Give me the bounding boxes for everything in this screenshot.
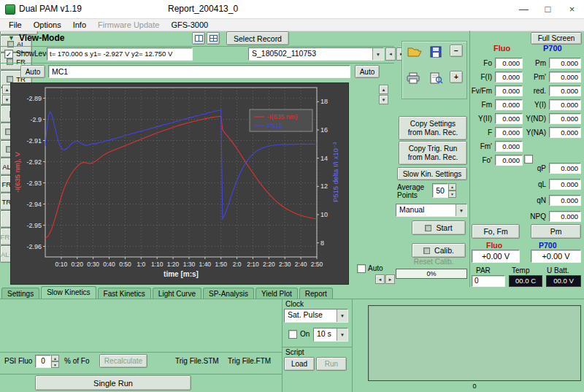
auto-scale-left-button[interactable]: Auto — [20, 65, 45, 78]
copy-settings-button[interactable]: Copy Settings from Man. Rec. — [399, 116, 467, 140]
record-select[interactable]: S_180502_110753 ▼ — [248, 47, 384, 61]
ubatt-label: U Batt. — [547, 266, 569, 274]
scroll-left-button[interactable]: ◄ — [375, 274, 385, 284]
left-tick-label: -2.92 — [26, 158, 42, 166]
param-value: 0.000 — [549, 99, 581, 110]
record-prev-button[interactable]: ◄ — [385, 47, 396, 61]
psi-fluo-spinner[interactable]: ▲ ▼ — [51, 355, 59, 368]
recalculate-button[interactable]: Recalculate — [99, 354, 147, 368]
menu-gfs-3000[interactable]: GFS-3000 — [165, 20, 214, 30]
p700-offset-label: P700 — [539, 241, 557, 250]
calib-button[interactable]: Calib. — [412, 243, 466, 258]
scroll-right-button[interactable]: ► — [385, 274, 395, 284]
clock-on-checkbox[interactable] — [288, 330, 297, 339]
dropdown-icon[interactable]: ▼ — [372, 48, 383, 60]
start-button[interactable]: Start — [412, 220, 466, 235]
window-title: Dual PAM v1.19 — [19, 4, 82, 14]
spinner-up-icon[interactable]: ▲ — [51, 355, 59, 361]
tile-vertical-icon — [195, 35, 203, 42]
trigger-mode-select[interactable]: Manual ▼ — [396, 204, 467, 217]
tab-report[interactable]: Report — [299, 288, 333, 299]
divider — [0, 374, 282, 374]
script-load-button[interactable]: Load — [284, 357, 315, 371]
document-title: Report_200413_0 — [168, 4, 238, 14]
tab-settings[interactable]: Settings — [1, 288, 39, 299]
legend-label-i-635-nm: -I(635 nm) — [267, 113, 298, 120]
spinner-down-icon[interactable]: ▼ — [448, 191, 456, 198]
single-run-button[interactable]: Single Run — [35, 375, 191, 391]
print-preview-icon[interactable] — [430, 72, 443, 85]
param-label: Fv/Fm — [470, 87, 492, 95]
param-value: 0.000 — [549, 58, 581, 69]
print-icon[interactable] — [407, 72, 420, 85]
save-file-icon[interactable] — [430, 46, 442, 59]
average-points-input[interactable]: 50 — [432, 183, 448, 198]
auto-scale-right-button[interactable]: Auto — [355, 65, 380, 78]
param-label: red. — [520, 87, 546, 95]
param-row-f: F0.000 — [470, 126, 523, 138]
script-run-button[interactable]: Run — [316, 357, 347, 371]
tile-vertical-button[interactable] — [192, 32, 205, 45]
param-label: Pm' — [520, 73, 546, 81]
pm-button[interactable]: Pm — [531, 224, 581, 239]
divider — [352, 299, 353, 392]
open-file-icon[interactable] — [407, 46, 422, 59]
tab-yield-plot[interactable]: Yield Plot — [256, 288, 298, 299]
temp-label: Temp — [512, 266, 529, 274]
menu-file[interactable]: File — [3, 20, 28, 30]
dropdown-icon[interactable]: ▼ — [337, 310, 347, 322]
dropdown-icon[interactable]: ▼ — [456, 204, 466, 216]
param-value: 0.000 — [495, 72, 523, 82]
toggle-label: FR — [16, 58, 26, 66]
tab-slow-kinetics[interactable]: Slow Kinetics — [41, 286, 96, 299]
menu-options[interactable]: Options — [28, 20, 67, 30]
scale-up-right-button[interactable]: ▲ — [379, 85, 388, 94]
clock-mode-select[interactable]: Sat. Pulse ▼ — [284, 309, 348, 323]
clock-interval-select[interactable]: 10 s ▼ — [313, 328, 348, 342]
spinner-down-icon[interactable]: ▼ — [51, 361, 59, 368]
scale-down-right-button[interactable]: ▼ — [379, 95, 388, 104]
temp-value: 00.0 C — [509, 275, 542, 287]
param-row-qp: qP0.000 — [520, 162, 581, 174]
tile-grid-button[interactable] — [207, 32, 220, 45]
full-screen-button[interactable]: Full Screen — [531, 32, 582, 45]
reset-calib-button[interactable]: Reset Calib. — [402, 258, 466, 266]
divider — [0, 299, 584, 299]
close-button[interactable]: × — [560, 0, 584, 19]
trig-file-stm-label: Trig File.STM — [175, 357, 219, 365]
param-row-pm: Pm'0.000 — [520, 71, 581, 82]
script-label: Script — [285, 348, 304, 356]
channel-field[interactable]: MC1 — [48, 65, 350, 78]
param-row-pm: Pm0.000 — [520, 57, 581, 69]
copy-trig-button[interactable]: Copy Trig. Run from Man. Rec. — [399, 141, 467, 165]
slow-kin-settings-button[interactable]: Slow Kin. Settings — [397, 167, 467, 180]
left-tick-label: -2.95 — [26, 222, 42, 229]
tab-fast-kinetics[interactable]: Fast Kinetics — [98, 288, 151, 299]
select-record-button[interactable]: Select Record — [226, 31, 289, 45]
fo-fm-button[interactable]: Fo, Fm — [472, 224, 520, 239]
menu-firmware-update[interactable]: Firmware Update — [92, 20, 165, 30]
param-value: 0.000 — [495, 85, 523, 96]
dropdown-icon[interactable]: ▼ — [337, 328, 347, 341]
start-indicator — [425, 225, 431, 231]
param-value: 0.000 — [495, 127, 523, 138]
auto-scale-checkbox[interactable] — [357, 264, 366, 273]
right-tick-label: 16 — [320, 126, 328, 134]
remove-record-button[interactable]: − — [450, 45, 463, 57]
minimize-button[interactable]: — — [512, 0, 536, 19]
param-label: Pm — [520, 59, 546, 67]
tab-light-curve[interactable]: Light Curve — [153, 288, 201, 299]
param-row-fo: Fo0.000 — [470, 57, 523, 69]
param-row-y-nd: Y(ND)0.000 — [520, 112, 581, 124]
show-level-checkbox[interactable]: ✓ — [4, 50, 13, 58]
maximize-button[interactable]: □ — [536, 0, 560, 19]
average-points-spinner[interactable]: ▲ ▼ — [448, 183, 456, 198]
spinner-up-icon[interactable]: ▲ — [448, 183, 456, 191]
tab-sp-analysis[interactable]: SP-Analysis — [203, 288, 254, 299]
psi-fluo-input[interactable]: 0 — [35, 355, 51, 368]
dual-pam-window: Dual PAM v1.19 Report_200413_0 — □ × Fil… — [0, 0, 584, 392]
view-mode-icon: ▼ — [8, 34, 15, 42]
menu-info[interactable]: Info — [67, 20, 92, 30]
start-label: Start — [436, 223, 452, 232]
add-record-button[interactable]: + — [450, 71, 463, 83]
